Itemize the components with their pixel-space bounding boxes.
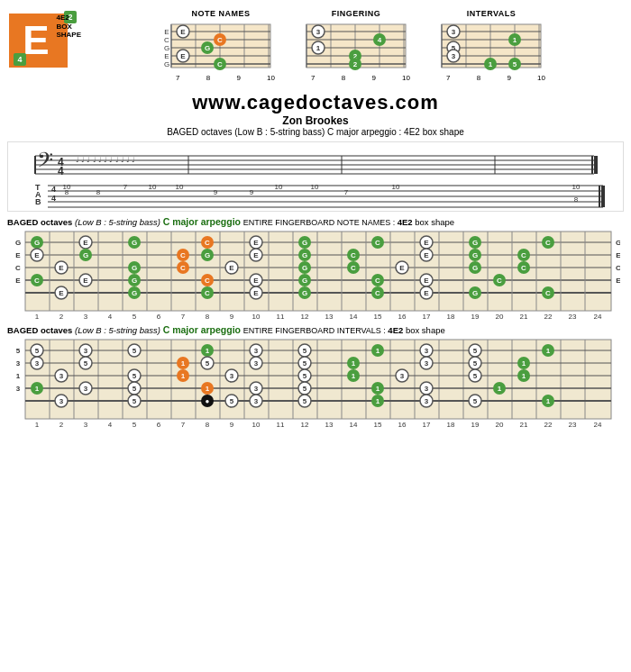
svg-text:E: E xyxy=(164,52,169,60)
svg-text:G: G xyxy=(132,289,137,297)
svg-text:C: C xyxy=(217,60,223,68)
svg-text:C: C xyxy=(180,264,186,272)
svg-text:C: C xyxy=(34,277,40,285)
svg-text:5: 5 xyxy=(303,397,307,405)
svg-text:3: 3 xyxy=(84,347,88,355)
svg-text:E: E xyxy=(424,289,429,297)
svg-text:G: G xyxy=(472,264,478,272)
svg-text:1: 1 xyxy=(206,385,210,393)
svg-text:1: 1 xyxy=(181,372,186,380)
diagram-note-names-title: NOTE NAMES xyxy=(191,9,250,18)
svg-text:10: 10 xyxy=(149,183,157,191)
svg-text:5: 5 xyxy=(133,347,137,355)
svg-text:19: 19 xyxy=(471,421,480,429)
svg-text:1: 1 xyxy=(522,359,526,368)
svg-text:3: 3 xyxy=(400,372,405,380)
svg-text:C: C xyxy=(521,264,526,272)
svg-text:G: G xyxy=(472,289,478,297)
svg-text:3: 3 xyxy=(254,359,259,368)
diagram-intervals-fret-numbers: 7 8 9 10 xyxy=(446,74,545,82)
svg-text:3: 3 xyxy=(59,397,64,405)
section2-title: BAGED octaves (Low B : 5-string bass) C … xyxy=(7,324,624,335)
svg-text:18: 18 xyxy=(447,313,455,320)
svg-text:B: B xyxy=(35,197,41,206)
svg-text:●: ● xyxy=(206,397,210,405)
svg-text:C: C xyxy=(545,239,551,247)
svg-text:5: 5 xyxy=(303,372,307,380)
svg-text:C: C xyxy=(375,239,380,247)
svg-text:5: 5 xyxy=(303,347,307,355)
svg-text:5: 5 xyxy=(303,359,307,368)
svg-text:G: G xyxy=(132,239,137,247)
svg-text:8: 8 xyxy=(96,188,101,196)
svg-text:3: 3 xyxy=(316,28,321,36)
e-logo: E 2 4 4E2 BOX SHAPE xyxy=(9,9,81,68)
svg-text:E: E xyxy=(83,277,88,285)
e-logo-bottom-dot: 4 xyxy=(14,53,26,66)
svg-text:3: 3 xyxy=(254,347,259,355)
svg-text:G: G xyxy=(302,239,307,247)
svg-text:20: 20 xyxy=(496,421,504,429)
svg-text:C: C xyxy=(205,239,210,247)
svg-text:E: E xyxy=(399,264,405,272)
diagram-note-names-fret-numbers: 7 8 9 10 xyxy=(176,74,275,82)
svg-text:9: 9 xyxy=(230,421,234,429)
svg-text:5: 5 xyxy=(473,397,478,405)
svg-text:24: 24 xyxy=(594,421,602,429)
svg-text:E: E xyxy=(164,28,169,36)
subtitle: BAGED octaves (Low B : 5-string bass) C … xyxy=(0,127,631,137)
svg-text:7: 7 xyxy=(181,421,186,429)
svg-text:G: G xyxy=(302,277,307,285)
svg-text:G: G xyxy=(205,251,210,259)
svg-text:3: 3 xyxy=(254,397,259,405)
svg-text:3: 3 xyxy=(452,52,456,60)
svg-text:13: 13 xyxy=(325,313,334,320)
svg-text:C: C xyxy=(351,251,356,259)
svg-text:1: 1 xyxy=(35,421,40,429)
svg-text:3: 3 xyxy=(230,372,234,380)
svg-text:10: 10 xyxy=(311,183,319,191)
svg-text:20: 20 xyxy=(496,313,504,320)
svg-text:1: 1 xyxy=(376,385,380,393)
svg-text:G: G xyxy=(472,251,478,259)
svg-text:7: 7 xyxy=(181,313,186,320)
svg-text:G: G xyxy=(616,239,620,247)
svg-text:1: 1 xyxy=(35,385,40,393)
svg-text:14: 14 xyxy=(350,313,358,320)
svg-text:7: 7 xyxy=(344,188,349,196)
svg-text:E: E xyxy=(253,289,259,297)
section2: BAGED octaves (Low B : 5-string bass) C … xyxy=(7,324,624,432)
svg-text:1: 1 xyxy=(16,372,21,380)
svg-text:5: 5 xyxy=(230,397,234,405)
svg-text:1: 1 xyxy=(546,347,551,355)
svg-text:23: 23 xyxy=(569,421,577,429)
svg-text:4: 4 xyxy=(108,421,113,429)
svg-text:1: 1 xyxy=(498,385,502,393)
svg-text:8: 8 xyxy=(206,421,210,429)
svg-text:C: C xyxy=(351,264,356,272)
svg-text:E: E xyxy=(15,251,21,259)
svg-text:4: 4 xyxy=(51,194,56,203)
svg-text:11: 11 xyxy=(277,421,285,429)
svg-text:5: 5 xyxy=(133,313,137,320)
svg-text:E: E xyxy=(253,277,259,285)
svg-text:G: G xyxy=(132,264,137,272)
svg-text:1: 1 xyxy=(316,44,321,52)
svg-text:3: 3 xyxy=(425,385,429,393)
svg-text:C: C xyxy=(164,36,169,44)
svg-text:5: 5 xyxy=(473,359,478,368)
svg-text:3: 3 xyxy=(84,421,88,429)
svg-text:C: C xyxy=(217,36,223,44)
e-logo-label: 4E2 BOX SHAPE xyxy=(56,14,81,40)
fingerboard-note-names-svg: /* frets drawn below */ G E C E G E C E xyxy=(7,230,620,320)
svg-text:13: 13 xyxy=(325,421,334,429)
svg-text:E: E xyxy=(59,289,64,297)
svg-text:22: 22 xyxy=(544,421,553,429)
svg-text:6: 6 xyxy=(157,421,161,429)
svg-text:12: 12 xyxy=(301,313,309,320)
svg-text:21: 21 xyxy=(520,421,528,429)
svg-text:14: 14 xyxy=(350,421,358,429)
top-section: E 2 4 4E2 BOX SHAPE NOTE NAMES xyxy=(0,0,631,86)
svg-text:E: E xyxy=(83,239,88,247)
svg-text:10: 10 xyxy=(392,183,400,191)
